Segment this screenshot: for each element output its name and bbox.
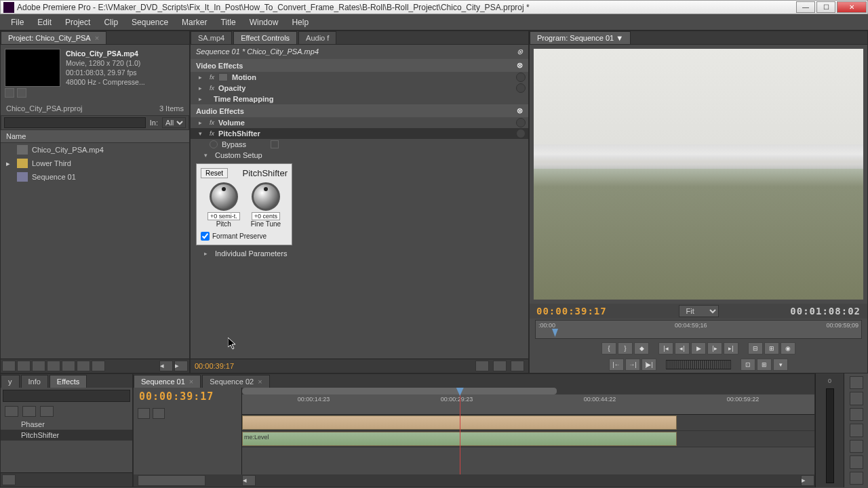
ec-timecode[interactable]: 00:00:39:17 xyxy=(195,362,234,370)
reset-icon[interactable] xyxy=(516,73,526,82)
menu-file[interactable]: File xyxy=(4,16,31,29)
step-forward-button[interactable]: |▸ xyxy=(707,342,722,354)
zoom-slider[interactable] xyxy=(138,475,205,486)
stopwatch-icon[interactable] xyxy=(210,140,218,148)
close-button[interactable]: ✕ xyxy=(837,1,867,13)
tab-source[interactable]: SA.mp4 xyxy=(191,31,232,44)
list-item[interactable]: Sequence 01 xyxy=(1,170,189,184)
tab-history[interactable]: y xyxy=(1,375,20,388)
list-item[interactable]: ▸ Lower Third xyxy=(1,157,189,170)
menu-edit[interactable]: Edit xyxy=(31,16,58,29)
menu-project[interactable]: Project xyxy=(58,16,97,29)
snap-button[interactable] xyxy=(138,408,150,419)
dropdown-button[interactable]: ▾ xyxy=(773,359,788,371)
effect-pitchshifter[interactable]: ▾fx PitchShifter xyxy=(191,128,528,139)
reset-button[interactable]: Reset xyxy=(201,168,228,178)
prev-edit-button[interactable]: |← xyxy=(609,359,624,371)
effects-search-input[interactable] xyxy=(3,390,130,402)
next-edit-button[interactable]: →| xyxy=(625,359,640,371)
accelerated-icon[interactable] xyxy=(22,406,36,417)
tab-audio[interactable]: Audio f xyxy=(298,31,336,44)
icon-view-button[interactable] xyxy=(17,361,31,371)
pitch-knob[interactable] xyxy=(210,182,238,211)
list-item[interactable]: Chico_City_PSA.mp4 xyxy=(1,143,189,157)
play-inout-button[interactable]: |▶| xyxy=(642,359,656,371)
close-icon[interactable]: × xyxy=(258,378,262,386)
selection-tool[interactable] xyxy=(850,376,863,389)
program-ruler[interactable]: :00:00 00:04:59;16 00:09:59;09 xyxy=(535,320,862,339)
timeline-ruler[interactable]: 00:00:14:23 00:00:29:23 00:00:44:22 00:0… xyxy=(242,394,814,415)
find-button[interactable] xyxy=(47,361,60,371)
pen-tool[interactable] xyxy=(850,455,863,468)
automate-button[interactable] xyxy=(32,361,45,371)
menu-window[interactable]: Window xyxy=(243,16,285,29)
fx-type-icon[interactable] xyxy=(5,406,18,417)
hand-tool[interactable] xyxy=(850,472,863,485)
clip-thumbnail[interactable] xyxy=(5,49,60,87)
menu-help[interactable]: Help xyxy=(285,16,315,29)
close-icon[interactable]: × xyxy=(95,34,99,42)
video-monitor[interactable] xyxy=(534,49,863,300)
zoom-select[interactable]: Fit xyxy=(679,305,719,317)
tab-project[interactable]: Project: Chico_City_PSA× xyxy=(1,31,106,44)
project-filter-select[interactable]: All xyxy=(162,117,186,128)
bypass-checkbox[interactable] xyxy=(271,140,279,148)
toggle-icon[interactable]: ⊗ xyxy=(517,106,523,115)
maximize-button[interactable]: ☐ xyxy=(816,1,835,13)
video-track[interactable] xyxy=(242,415,814,431)
go-to-in-button[interactable]: |◂ xyxy=(658,342,673,354)
audio-track[interactable]: me:Level xyxy=(242,431,814,447)
project-search-input[interactable] xyxy=(4,117,146,128)
zoom-in-icon[interactable] xyxy=(493,361,507,371)
loop-icon[interactable] xyxy=(511,361,524,371)
effect-volume[interactable]: ▸fx Volume xyxy=(191,117,528,128)
effect-item[interactable]: PitchShifter xyxy=(1,430,132,441)
32bit-icon[interactable] xyxy=(40,406,54,417)
new-bin-button[interactable] xyxy=(2,474,16,485)
toggle-timeline-icon[interactable]: ⊗ xyxy=(517,47,523,56)
razor-tool[interactable] xyxy=(850,424,863,436)
delete-button[interactable] xyxy=(92,361,105,371)
param-custom-setup[interactable]: ▾ Custom Setup xyxy=(191,150,528,161)
zoom-out-icon[interactable] xyxy=(475,361,489,371)
menu-clip[interactable]: Clip xyxy=(97,16,125,29)
timeline-timecode[interactable]: 00:00:39:17 xyxy=(134,388,241,405)
new-item-button[interactable] xyxy=(77,361,90,371)
step-back-button[interactable]: ◂| xyxy=(675,342,690,354)
timeline-playhead[interactable] xyxy=(460,388,460,474)
effect-item[interactable]: Phaser xyxy=(1,419,132,430)
formant-preserve-checkbox[interactable]: Formant Preserve xyxy=(201,232,288,241)
minimize-button[interactable]: — xyxy=(796,1,815,13)
marker-button[interactable] xyxy=(153,408,165,419)
jog-wheel[interactable] xyxy=(666,360,731,369)
safe-margins-button[interactable]: ⊡ xyxy=(741,359,755,371)
dropdown-icon[interactable]: ▼ xyxy=(616,34,623,42)
reset-icon[interactable] xyxy=(516,83,526,93)
scroll-right-button[interactable]: ▸ xyxy=(801,475,814,486)
prev-button[interactable]: ◂ xyxy=(159,361,173,371)
program-timecode-left[interactable]: 00:00:39:17 xyxy=(536,306,607,317)
tab-program[interactable]: Program: Sequence 01 ▼ xyxy=(530,31,631,44)
list-view-button[interactable] xyxy=(2,361,16,371)
lift-button[interactable]: ⊟ xyxy=(748,342,763,354)
slip-tool[interactable] xyxy=(850,440,863,453)
effect-motion[interactable]: ▸fx Motion xyxy=(191,72,528,83)
new-bin-button[interactable] xyxy=(62,361,75,371)
timeline-zoom-scrollbar[interactable] xyxy=(242,388,814,394)
tab-info[interactable]: Info xyxy=(21,375,48,388)
reset-icon[interactable] xyxy=(516,118,526,127)
poster-frame-icon[interactable] xyxy=(5,88,14,98)
effect-opacity[interactable]: ▸fx Opacity xyxy=(191,83,528,94)
mark-out-button[interactable]: } xyxy=(618,342,633,354)
column-header-name[interactable]: Name xyxy=(1,130,189,143)
play-button[interactable]: ▶ xyxy=(691,342,706,354)
track-select-tool[interactable] xyxy=(850,392,863,405)
marker-button[interactable]: ◆ xyxy=(634,342,649,354)
tab-effects[interactable]: Effects xyxy=(50,375,87,388)
param-individual[interactable]: ▸ Individual Parameters xyxy=(191,248,528,259)
tab-sequence-01[interactable]: Sequence 01× xyxy=(134,375,201,388)
go-to-out-button[interactable]: ▸| xyxy=(724,342,738,354)
finetune-knob[interactable] xyxy=(252,182,280,211)
mark-in-button[interactable]: { xyxy=(601,342,616,354)
reset-icon[interactable] xyxy=(516,129,526,138)
